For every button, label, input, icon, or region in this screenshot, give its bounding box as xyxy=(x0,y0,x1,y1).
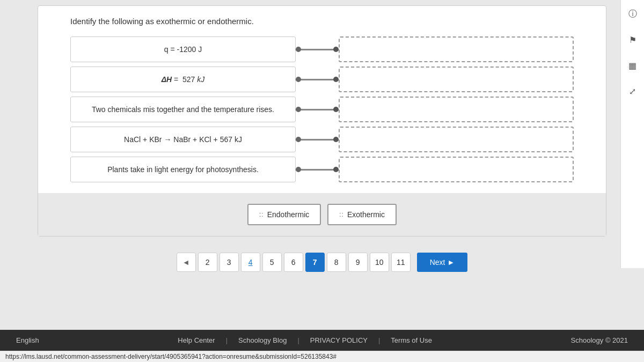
drop-zone-2[interactable] xyxy=(339,67,574,92)
help-center-link[interactable]: Help Center xyxy=(178,336,215,344)
expand-icon[interactable]: ⤢ xyxy=(624,83,641,100)
right-sidebar: ⓘ ⚑ ▦ ⤢ xyxy=(620,0,644,268)
footer: English Help Center | Schoology Blog | P… xyxy=(0,330,644,351)
items-column: q = -1200 J ΔH = 527 kJ Two chemicals mi… xyxy=(70,36,296,182)
drop-zone-4[interactable] xyxy=(339,127,574,152)
page-9-button[interactable]: 9 xyxy=(348,253,368,272)
footer-sep-3: | xyxy=(378,336,380,344)
page-2-button[interactable]: 2 xyxy=(198,253,217,272)
url-text: https://lms.lausd.net/common-assessment-… xyxy=(5,353,336,360)
page-3-button[interactable]: 3 xyxy=(219,253,239,272)
drag-item-2[interactable]: ΔH = 527 kJ xyxy=(70,67,296,92)
exothermic-target[interactable]: :: Exothermic xyxy=(327,204,397,225)
footer-links: Help Center | Schoology Blog | PRIVACY P… xyxy=(178,336,432,344)
question-card: Identify the following as exothermic or … xyxy=(38,5,606,237)
drag-handle-endothermic: :: xyxy=(259,211,264,218)
footer-sep-1: | xyxy=(226,336,228,344)
drop-zone-1[interactable] xyxy=(339,36,574,62)
page-6-button[interactable]: 6 xyxy=(284,253,303,272)
connectors-column xyxy=(296,36,339,182)
footer-copyright: Schoology © 2021 xyxy=(571,336,628,344)
page-5-button[interactable]: 5 xyxy=(262,253,282,272)
question-text: Identify the following as exothermic or … xyxy=(70,17,574,26)
schoology-blog-link[interactable]: Schoology Blog xyxy=(238,336,287,344)
drag-item-4[interactable]: NaCl + KBr → NaBr + KCl + 567 kJ xyxy=(70,127,296,152)
drop-zone-5[interactable] xyxy=(339,157,574,182)
flag-icon[interactable]: ⚑ xyxy=(624,31,641,48)
terms-of-use-link[interactable]: Terms of Use xyxy=(391,336,432,344)
connector-4 xyxy=(296,127,339,152)
page-4-button[interactable]: 4 xyxy=(241,253,260,272)
connector-1 xyxy=(296,36,339,62)
footer-sep-2: | xyxy=(297,336,299,344)
connector-5 xyxy=(296,157,339,182)
page-11-button[interactable]: 11 xyxy=(391,253,411,272)
drag-handle-exothermic: :: xyxy=(339,211,344,218)
prev-page-button[interactable]: ◄ xyxy=(177,253,196,272)
privacy-policy-link[interactable]: PRIVACY POLICY xyxy=(310,336,368,344)
next-button[interactable]: Next ► xyxy=(417,253,468,272)
footer-language: English xyxy=(16,336,39,344)
drag-area: q = -1200 J ΔH = 527 kJ Two chemicals mi… xyxy=(70,36,574,182)
page-8-button[interactable]: 8 xyxy=(327,253,346,272)
drop-zones-column xyxy=(339,36,574,182)
page-10-button[interactable]: 10 xyxy=(370,253,389,272)
connector-2 xyxy=(296,67,339,92)
drag-targets-section: :: Endothermic :: Exothermic xyxy=(38,193,606,236)
connector-3 xyxy=(296,97,339,122)
calculator-icon[interactable]: ▦ xyxy=(624,57,641,74)
drag-item-1[interactable]: q = -1200 J xyxy=(70,36,296,62)
pagination: ◄ 2 3 4 5 6 7 8 9 10 11 Next ► xyxy=(38,253,606,272)
drop-zone-3[interactable] xyxy=(339,97,574,122)
page-7-button[interactable]: 7 xyxy=(305,253,325,272)
accessibility-icon[interactable]: ⓘ xyxy=(624,5,641,23)
drag-item-5[interactable]: Plants take in light energy for photosyn… xyxy=(70,157,296,182)
endothermic-target[interactable]: :: Endothermic xyxy=(247,204,321,225)
url-bar: https://lms.lausd.net/common-assessment-… xyxy=(0,351,644,362)
drag-item-3[interactable]: Two chemicals mis together and the tempe… xyxy=(70,97,296,122)
